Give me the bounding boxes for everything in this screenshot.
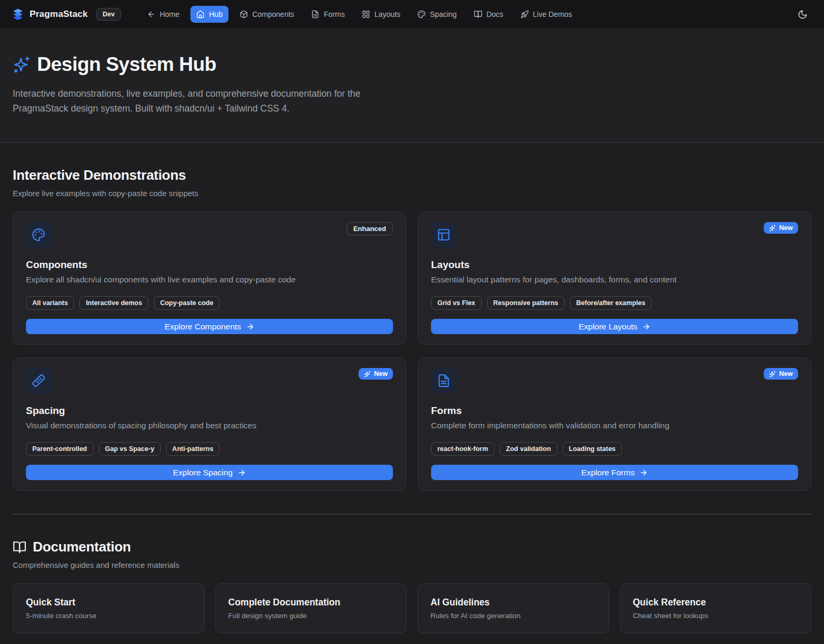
button-label: Explore Components	[164, 322, 241, 332]
doc-card-description: 5-minute crash course	[26, 612, 191, 620]
card-title: Forms	[431, 405, 798, 417]
nav-item-hub[interactable]: Hub	[190, 6, 228, 23]
file-text-icon	[311, 10, 319, 19]
sparkles-icon	[769, 225, 776, 232]
demos-section-heading: Interactive Demonstrations	[13, 167, 811, 183]
nav-links: Home Hub Components Forms Layouts	[141, 6, 578, 23]
badge-label: New	[779, 370, 793, 378]
nav-label: Components	[252, 10, 294, 19]
nav-label: Home	[160, 10, 179, 19]
tag-chip: Anti-patterns	[166, 442, 220, 456]
hero-section: Design System Hub Interactive demonstrat…	[0, 29, 824, 143]
arrow-right-icon	[642, 323, 651, 331]
nav-label: Live Demos	[533, 10, 572, 19]
badge-label: New	[779, 224, 793, 232]
section-divider	[13, 514, 811, 514]
doc-card-title: AI Guidelines	[431, 597, 596, 608]
doc-card-quick-reference[interactable]: Quick Reference Cheat sheet for lookups	[620, 583, 812, 633]
tag-chip: Interactive demos	[79, 296, 148, 310]
palette-icon	[26, 222, 51, 247]
package-icon	[240, 10, 248, 19]
doc-card-title: Complete Documentation	[228, 597, 394, 608]
panels-top-left-icon	[431, 222, 456, 247]
moon-icon	[798, 10, 808, 20]
doc-card-ai-guidelines[interactable]: AI Guidelines Rules for AI code generati…	[417, 583, 609, 633]
sparkles-icon	[769, 371, 776, 378]
card-title: Layouts	[431, 259, 798, 271]
new-badge: New	[359, 368, 393, 380]
brand-name: PragmaStack	[30, 9, 88, 20]
layout-grid-icon	[362, 10, 370, 19]
demo-card-forms: New Forms Complete form implementations …	[418, 357, 811, 491]
book-open-icon	[474, 10, 482, 19]
tag-chip: Before/after examples	[570, 296, 652, 310]
doc-card-grid: Quick Start 5-minute crash course Comple…	[13, 583, 811, 633]
tag-chip: Loading states	[563, 442, 622, 456]
demo-card-components: Enhanced Components Explore all shadcn/u…	[13, 211, 406, 345]
home-icon	[196, 10, 205, 19]
dev-badge: Dev	[96, 8, 121, 21]
explore-components-button[interactable]: Explore Components	[26, 319, 393, 334]
nav-item-layouts[interactable]: Layouts	[356, 6, 406, 23]
doc-card-title: Quick Start	[26, 597, 191, 608]
rocket-icon	[520, 10, 529, 19]
nav-item-home[interactable]: Home	[141, 6, 185, 23]
arrow-left-icon	[147, 10, 155, 19]
card-description: Visual demonstrations of spacing philoso…	[26, 420, 393, 431]
explore-spacing-button[interactable]: Explore Spacing	[26, 465, 393, 480]
tag-chip: react-hook-form	[431, 442, 495, 456]
docs-section-heading: Documentation	[13, 539, 811, 555]
nav-label: Forms	[324, 10, 345, 19]
palette-icon	[417, 10, 426, 19]
layers-logo-icon	[12, 8, 24, 21]
card-description: Essential layout patterns for pages, das…	[431, 274, 798, 285]
explore-forms-button[interactable]: Explore Forms	[431, 465, 798, 480]
nav-item-components[interactable]: Components	[234, 6, 300, 23]
docs-section-subheading: Comprehensive guides and reference mater…	[13, 560, 811, 569]
page-title: Design System Hub	[37, 53, 216, 76]
theme-toggle-button[interactable]	[792, 4, 812, 24]
arrow-right-icon	[237, 468, 246, 477]
doc-card-description: Cheat sheet for lookups	[633, 612, 799, 620]
button-label: Explore Spacing	[173, 468, 233, 477]
card-title: Spacing	[26, 405, 393, 417]
nav-item-forms[interactable]: Forms	[305, 6, 351, 23]
nav-label: Spacing	[430, 10, 457, 19]
doc-card-description: Rules for AI code generation	[431, 612, 596, 620]
nav-item-spacing[interactable]: Spacing	[411, 6, 463, 23]
top-navbar: PragmaStack Dev Home Hub Components Fo	[0, 0, 824, 29]
tag-chip: Grid vs Flex	[431, 296, 482, 310]
doc-card-complete-documentation[interactable]: Complete Documentation Full design syste…	[215, 583, 407, 633]
demo-card-layouts: New Layouts Essential layout patterns fo…	[418, 211, 811, 345]
demo-card-spacing: New Spacing Visual demonstrations of spa…	[13, 357, 406, 491]
arrow-right-icon	[639, 468, 648, 477]
sparkles-icon	[364, 371, 371, 378]
doc-card-quick-start[interactable]: Quick Start 5-minute crash course	[13, 583, 205, 633]
docs-heading-label: Documentation	[33, 539, 131, 555]
brand[interactable]: PragmaStack Dev	[12, 8, 121, 21]
tag-chip: Copy-paste code	[154, 296, 220, 310]
sparkles-icon	[13, 56, 31, 73]
doc-card-title: Quick Reference	[633, 597, 799, 608]
new-badge: New	[764, 222, 798, 234]
arrow-right-icon	[246, 323, 254, 331]
nav-item-docs[interactable]: Docs	[468, 6, 509, 23]
card-description: Explore all shadcn/ui components with li…	[26, 274, 393, 285]
badge-label: New	[374, 370, 388, 378]
card-title: Components	[26, 259, 393, 271]
demos-section-subheading: Explore live examples with copy-paste co…	[13, 189, 811, 198]
tag-chip: Gap vs Space-y	[99, 442, 161, 456]
nav-label: Hub	[209, 10, 223, 19]
file-text-icon	[431, 368, 456, 393]
nav-label: Docs	[487, 10, 503, 19]
card-description: Complete form implementations with valid…	[431, 420, 798, 431]
explore-layouts-button[interactable]: Explore Layouts	[431, 319, 798, 334]
nav-label: Layouts	[374, 10, 400, 19]
main-content: Interactive Demonstrations Explore live …	[0, 167, 824, 633]
tag-chip: Parent-controlled	[26, 442, 94, 456]
button-label: Explore Layouts	[579, 322, 637, 332]
tag-chip: Responsive patterns	[487, 296, 565, 310]
enhanced-badge: Enhanced	[346, 222, 393, 235]
nav-item-live-demos[interactable]: Live Demos	[515, 6, 578, 23]
doc-card-description: Full design system guide	[228, 612, 394, 620]
